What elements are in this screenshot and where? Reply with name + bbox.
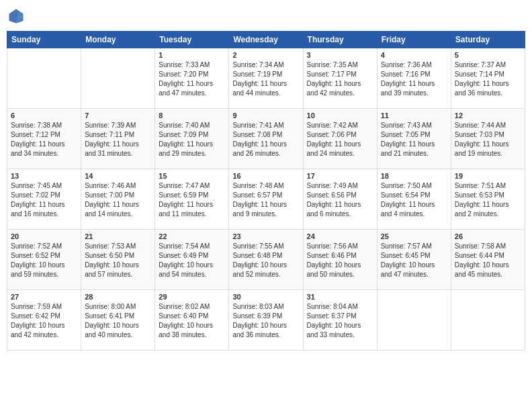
day-info: Sunrise: 7:48 AM Sunset: 6:57 PM Dayligh… [232, 181, 299, 219]
day-info: Sunrise: 7:49 AM Sunset: 6:56 PM Dayligh… [307, 181, 373, 219]
calendar-day-cell: 29 Sunrise: 8:02 AM Sunset: 6:40 PM Dayl… [155, 290, 229, 351]
sunset-text: Sunset: 6:54 PM [381, 191, 431, 199]
sunrise-text: Sunrise: 7:55 AM [232, 242, 283, 250]
sunset-text: Sunset: 6:52 PM [11, 252, 60, 259]
day-number: 29 [159, 293, 225, 301]
daylight-text: Daylight: 10 hours and 52 minutes. [232, 261, 287, 278]
day-number: 7 [85, 111, 151, 120]
day-info: Sunrise: 8:03 AM Sunset: 6:39 PM Dayligh… [232, 302, 299, 340]
day-number: 27 [11, 293, 77, 301]
sunrise-text: Sunrise: 8:00 AM [85, 303, 136, 310]
day-number: 16 [232, 172, 299, 180]
day-info: Sunrise: 7:59 AM Sunset: 6:42 PM Dayligh… [11, 302, 77, 340]
sunset-text: Sunset: 7:05 PM [381, 131, 431, 138]
calendar-day-cell: 8 Sunrise: 7:40 AM Sunset: 7:09 PM Dayli… [155, 109, 229, 169]
calendar-day-cell [81, 48, 155, 109]
sunrise-text: Sunrise: 7:45 AM [11, 182, 62, 189]
sunset-text: Sunset: 7:16 PM [381, 71, 431, 78]
sunrise-text: Sunrise: 7:33 AM [159, 61, 210, 68]
daylight-text: Daylight: 11 hours and 44 minutes. [232, 80, 287, 97]
calendar-day-cell: 28 Sunrise: 8:00 AM Sunset: 6:41 PM Dayl… [81, 290, 155, 351]
sunset-text: Sunset: 6:45 PM [381, 252, 431, 259]
sunrise-text: Sunrise: 7:47 AM [159, 182, 210, 189]
daylight-text: Daylight: 10 hours and 54 minutes. [159, 261, 213, 278]
sunrise-text: Sunrise: 7:46 AM [85, 182, 136, 189]
sunset-text: Sunset: 6:41 PM [85, 312, 134, 320]
daylight-text: Daylight: 11 hours and 34 minutes. [11, 140, 65, 157]
weekday-header: Sunday [7, 32, 81, 48]
day-info: Sunrise: 7:35 AM Sunset: 7:17 PM Dayligh… [307, 60, 373, 98]
sunset-text: Sunset: 6:39 PM [232, 312, 282, 320]
weekday-header: Wednesday [229, 32, 303, 48]
calendar-day-cell: 16 Sunrise: 7:48 AM Sunset: 6:57 PM Dayl… [229, 169, 303, 230]
day-info: Sunrise: 7:57 AM Sunset: 6:45 PM Dayligh… [381, 242, 447, 279]
day-info: Sunrise: 7:43 AM Sunset: 7:05 PM Dayligh… [381, 121, 447, 158]
daylight-text: Daylight: 11 hours and 29 minutes. [159, 140, 213, 157]
day-number: 20 [11, 232, 77, 240]
day-number: 11 [381, 111, 447, 120]
weekday-header: Tuesday [155, 32, 229, 48]
calendar-day-cell: 9 Sunrise: 7:41 AM Sunset: 7:08 PM Dayli… [229, 109, 303, 169]
calendar-week-row: 1 Sunrise: 7:33 AM Sunset: 7:20 PM Dayli… [7, 48, 525, 109]
calendar-day-cell: 13 Sunrise: 7:45 AM Sunset: 7:02 PM Dayl… [7, 169, 81, 230]
sunrise-text: Sunrise: 7:41 AM [232, 122, 283, 129]
day-info: Sunrise: 7:44 AM Sunset: 7:03 PM Dayligh… [455, 121, 521, 158]
calendar-week-row: 27 Sunrise: 7:59 AM Sunset: 6:42 PM Dayl… [7, 290, 525, 351]
day-number: 19 [455, 172, 521, 180]
page-header [7, 7, 525, 26]
calendar-day-cell: 31 Sunrise: 8:04 AM Sunset: 6:37 PM Dayl… [303, 290, 377, 351]
sunrise-text: Sunrise: 8:02 AM [159, 303, 210, 310]
daylight-text: Daylight: 11 hours and 24 minutes. [307, 140, 361, 157]
day-info: Sunrise: 7:47 AM Sunset: 6:59 PM Dayligh… [159, 181, 225, 219]
day-info: Sunrise: 7:56 AM Sunset: 6:46 PM Dayligh… [307, 242, 373, 279]
daylight-text: Daylight: 11 hours and 2 minutes. [455, 201, 509, 218]
day-info: Sunrise: 7:51 AM Sunset: 6:53 PM Dayligh… [455, 181, 521, 219]
calendar-day-cell: 26 Sunrise: 7:58 AM Sunset: 6:44 PM Dayl… [451, 230, 525, 290]
calendar-day-cell: 12 Sunrise: 7:44 AM Sunset: 7:03 PM Dayl… [451, 109, 525, 169]
calendar-day-cell: 23 Sunrise: 7:55 AM Sunset: 6:48 PM Dayl… [229, 230, 303, 290]
sunrise-text: Sunrise: 7:38 AM [11, 122, 62, 129]
sunrise-text: Sunrise: 7:51 AM [455, 182, 506, 189]
sunset-text: Sunset: 7:08 PM [232, 131, 282, 138]
daylight-text: Daylight: 11 hours and 36 minutes. [455, 80, 509, 97]
calendar-day-cell: 3 Sunrise: 7:35 AM Sunset: 7:17 PM Dayli… [303, 48, 377, 109]
sunset-text: Sunset: 6:48 PM [232, 252, 282, 259]
sunrise-text: Sunrise: 7:42 AM [307, 122, 358, 129]
daylight-text: Daylight: 11 hours and 39 minutes. [381, 80, 435, 97]
sunset-text: Sunset: 7:00 PM [85, 191, 134, 199]
calendar-day-cell: 1 Sunrise: 7:33 AM Sunset: 7:20 PM Dayli… [155, 48, 229, 109]
day-number: 15 [159, 172, 225, 180]
sunrise-text: Sunrise: 7:35 AM [307, 61, 358, 68]
weekday-header: Monday [81, 32, 155, 48]
day-number: 4 [381, 51, 447, 59]
weekday-header: Thursday [303, 32, 377, 48]
calendar-day-cell: 17 Sunrise: 7:49 AM Sunset: 6:56 PM Dayl… [303, 169, 377, 230]
sunset-text: Sunset: 6:50 PM [85, 252, 134, 259]
logo-icon [7, 7, 26, 26]
day-info: Sunrise: 8:02 AM Sunset: 6:40 PM Dayligh… [159, 302, 225, 340]
day-info: Sunrise: 7:36 AM Sunset: 7:16 PM Dayligh… [381, 60, 447, 98]
day-number: 25 [381, 232, 447, 240]
day-info: Sunrise: 7:55 AM Sunset: 6:48 PM Dayligh… [232, 242, 299, 279]
weekday-header: Saturday [451, 32, 525, 48]
sunrise-text: Sunrise: 8:04 AM [307, 303, 358, 310]
daylight-text: Daylight: 11 hours and 9 minutes. [232, 201, 287, 218]
daylight-text: Daylight: 10 hours and 59 minutes. [11, 261, 65, 278]
daylight-text: Daylight: 11 hours and 4 minutes. [381, 201, 435, 218]
day-info: Sunrise: 8:00 AM Sunset: 6:41 PM Dayligh… [85, 302, 151, 340]
calendar-day-cell: 14 Sunrise: 7:46 AM Sunset: 7:00 PM Dayl… [81, 169, 155, 230]
day-info: Sunrise: 7:58 AM Sunset: 6:44 PM Dayligh… [455, 242, 521, 279]
calendar-day-cell: 18 Sunrise: 7:50 AM Sunset: 6:54 PM Dayl… [377, 169, 451, 230]
day-number: 30 [232, 293, 299, 301]
calendar-day-cell: 6 Sunrise: 7:38 AM Sunset: 7:12 PM Dayli… [7, 109, 81, 169]
sunset-text: Sunset: 6:37 PM [307, 312, 357, 320]
daylight-text: Daylight: 11 hours and 47 minutes. [159, 80, 213, 97]
sunset-text: Sunset: 7:12 PM [11, 131, 60, 138]
calendar-day-cell: 11 Sunrise: 7:43 AM Sunset: 7:05 PM Dayl… [377, 109, 451, 169]
day-number: 5 [455, 51, 521, 59]
sunset-text: Sunset: 6:44 PM [455, 252, 504, 259]
sunset-text: Sunset: 6:46 PM [307, 252, 357, 259]
daylight-text: Daylight: 11 hours and 19 minutes. [455, 140, 509, 157]
sunset-text: Sunset: 7:20 PM [159, 71, 208, 78]
sunset-text: Sunset: 7:09 PM [159, 131, 208, 138]
